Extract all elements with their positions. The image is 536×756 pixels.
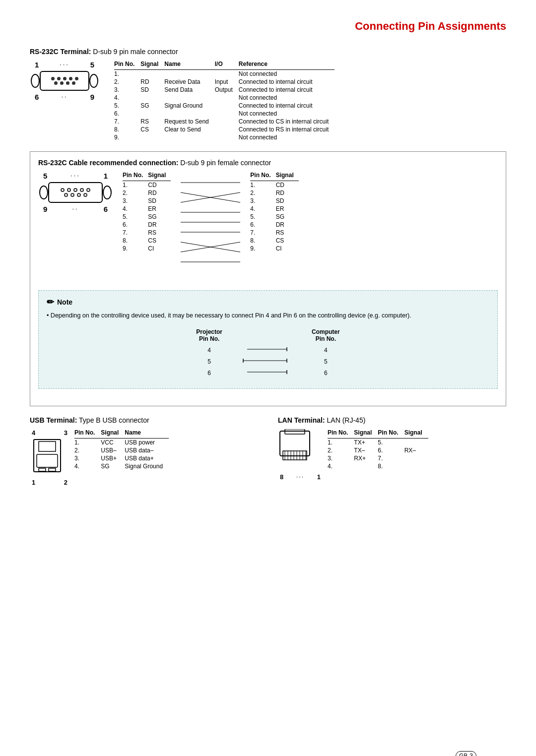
table-row: 3.RX+7. xyxy=(328,454,428,462)
table-row: 7.RS xyxy=(123,229,171,237)
note-text: • Depending on the controlling device us… xyxy=(47,311,489,320)
cable-crossing-diagram xyxy=(181,172,240,282)
dsub9-female-connector: 5 ··· 1 xyxy=(38,172,113,213)
table-row: 9.Not connected xyxy=(114,133,335,141)
table-row: 9.CI xyxy=(250,245,298,252)
svg-rect-21 xyxy=(280,431,310,456)
page-number: GB-3 xyxy=(456,751,476,756)
table-row: 4.ER xyxy=(123,205,171,213)
table-row: 5.SGSignal GroundConnected to internal c… xyxy=(114,102,335,110)
col-signal: Signal xyxy=(140,61,164,70)
rs232-terminal-heading: RS-232C Terminal: D-sub 9 pin male conne… xyxy=(30,48,506,56)
table-row: 3.SD xyxy=(123,197,171,205)
table-row: 1.CD xyxy=(123,181,171,189)
lan-terminal-section: LAN Terminal: LAN (RJ-45) xyxy=(278,416,506,486)
usb-pin-table: Pin No. Signal Name 1.VCCUSB power 2.USB… xyxy=(74,429,169,470)
table-row: 4.SGSignal Ground xyxy=(74,462,169,470)
table-row: 1.TX+5. xyxy=(328,439,428,447)
dsub-label-top: 1 ··· 5 xyxy=(30,61,99,69)
table-row: 5.SG xyxy=(123,213,171,221)
rs232-cable-section: RS-232C Cable recommended connection: D-… xyxy=(30,151,506,406)
table-row: 4.Not connected xyxy=(114,94,335,102)
col-name: Name xyxy=(164,61,214,70)
table-row: 8.CS xyxy=(250,237,298,245)
dsub9-connector-drawing: 1 ··· 5 xyxy=(30,61,99,101)
table-row: 3.SD xyxy=(250,197,298,205)
table-row: 1.CD xyxy=(250,181,298,189)
col-reference: Reference xyxy=(239,61,335,70)
table-row: 4 4 xyxy=(186,344,349,356)
pin-connection-diagram: ProjectorPin No. ComputerPin No. 4 xyxy=(47,328,489,378)
table-row: 1.Not connected xyxy=(114,70,335,78)
note-icon: ✏ xyxy=(47,297,54,308)
lan-pin-table: Pin No. Signal Pin No. Signal 1.TX+5. 2.… xyxy=(328,429,428,470)
table-row: 4.ER xyxy=(250,205,298,213)
usb-connector-drawing: 43 12 xyxy=(30,429,69,486)
svg-rect-18 xyxy=(37,454,58,467)
table-row: 5.SG xyxy=(250,213,298,221)
cable-right-pin-table: Pin No. Signal 1.CD 2.RD 3.SD 4.ER 5.SG … xyxy=(250,172,298,252)
table-row: 9.CI xyxy=(123,245,171,252)
table-row: 8.CS xyxy=(123,237,171,245)
table-row: 6.DR xyxy=(250,221,298,229)
table-row: 7.RSRequest to SendConnected to CS in in… xyxy=(114,118,335,126)
table-row: 6.DR xyxy=(123,221,171,229)
usb-terminal-heading: USB Terminal: Type B USB connector xyxy=(30,416,258,424)
svg-rect-20 xyxy=(49,468,56,471)
table-row: 4.8. xyxy=(328,462,428,470)
table-row: 1.VCCUSB power xyxy=(74,439,169,447)
rs232-terminal-pin-table: Pin No. Signal Name I/O Reference 1.Not … xyxy=(114,61,335,141)
table-row: 2.RD xyxy=(123,189,171,197)
table-row: 2.USB–USB data– xyxy=(74,446,169,454)
note-box: ✏ Note • Depending on the controlling de… xyxy=(38,290,498,389)
table-row: 8.CSClear to SendConnected to RS in inte… xyxy=(114,126,335,133)
svg-rect-19 xyxy=(39,468,46,471)
table-row: 3.SDSend DataOutputConnected to internal… xyxy=(114,86,335,94)
col-pin-no: Pin No. xyxy=(114,61,140,70)
table-row: 2.RDReceive DataInputConnected to intern… xyxy=(114,78,335,86)
lan-terminal-heading: LAN Terminal: LAN (RJ-45) xyxy=(278,416,506,424)
rs232-cable-heading: RS-232C Cable recommended connection: D-… xyxy=(38,159,498,167)
bottom-sections: USB Terminal: Type B USB connector 43 xyxy=(30,416,506,486)
table-row: 2.TX–6.RX– xyxy=(328,446,428,454)
cable-left-pin-table: Pin No. Signal 1.CD 2.RD 3.SD 4.ER 5.SG … xyxy=(123,172,171,252)
table-row: 6.Not connected xyxy=(114,110,335,118)
table-row: 6 6 xyxy=(186,367,349,378)
rs232-terminal-section: RS-232C Terminal: D-sub 9 pin male conne… xyxy=(30,48,506,141)
page-title: Connecting Pin Assignments xyxy=(30,20,506,33)
table-row: 7.RS xyxy=(250,229,298,237)
dsub-label-bottom: 6 ·· 9 xyxy=(30,93,99,101)
lan-connector-drawing: 8 ··· 1 xyxy=(278,429,323,481)
svg-rect-17 xyxy=(39,441,56,451)
table-row: 2.RD xyxy=(250,189,298,197)
col-io: I/O xyxy=(215,61,239,70)
table-row: 3.USB+USB data+ xyxy=(74,454,169,462)
note-title: ✏ Note xyxy=(47,297,489,308)
table-row: 5 5 xyxy=(186,356,349,367)
usb-terminal-section: USB Terminal: Type B USB connector 43 xyxy=(30,416,258,486)
